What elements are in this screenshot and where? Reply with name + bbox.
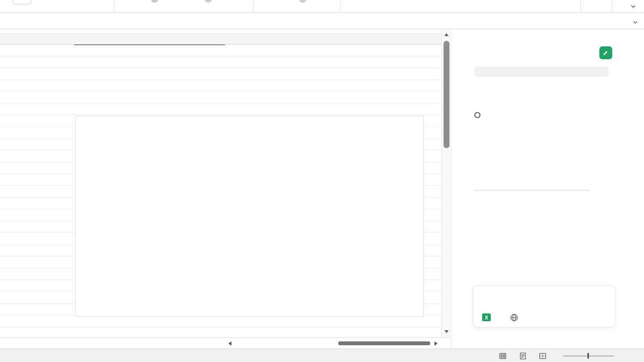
- ribbon-separator: [114, 0, 114, 12]
- globe-icon: [510, 313, 518, 322]
- vertical-scrollbar-thumb[interactable]: [444, 41, 450, 148]
- new-chat-button[interactable]: [599, 46, 612, 59]
- sheet-data-table[interactable]: [74, 45, 225, 45]
- zoom-slider-thumb[interactable]: [587, 353, 589, 359]
- chat-input-card[interactable]: X: [473, 286, 615, 327]
- excel-window: X: [0, 0, 644, 362]
- horizontal-scrollbar-thumb[interactable]: [338, 341, 430, 345]
- page-layout-view-icon[interactable]: [519, 352, 527, 362]
- copilot-logo-icon: [474, 112, 481, 119]
- ribbon-separator: [612, 0, 612, 12]
- input-card-icons: X: [482, 313, 518, 322]
- ribbon-icon-partial: [151, 0, 158, 3]
- ribbon-button-partial: [13, 0, 31, 4]
- ribbon-icon-partial: [205, 0, 212, 3]
- ribbon-separator: [580, 0, 581, 12]
- scroll-up-icon[interactable]: [444, 33, 449, 36]
- ribbon-group-labels: [0, 0, 644, 13]
- copilot-header-row: [474, 112, 485, 119]
- embedded-bar-chart[interactable]: [75, 116, 424, 316]
- ribbon-icon-partial: [299, 0, 306, 3]
- vertical-scrollbar[interactable]: [441, 29, 451, 337]
- ribbon-separator: [340, 0, 340, 12]
- page-break-preview-icon[interactable]: [539, 352, 547, 362]
- web-search-toggle[interactable]: [510, 313, 518, 322]
- excel-context-icon: X: [482, 313, 491, 322]
- scroll-left-icon[interactable]: [228, 341, 231, 346]
- user-message-bubble: [474, 67, 609, 77]
- ribbon-separator: [253, 0, 254, 12]
- normal-view-icon[interactable]: [499, 352, 507, 362]
- svg-text:X: X: [485, 315, 488, 321]
- scroll-down-icon[interactable]: [444, 330, 449, 333]
- ribbon-options-chevron-icon[interactable]: [629, 3, 637, 12]
- formula-bar-strip: [0, 13, 644, 29]
- chart-plot-area: [76, 116, 424, 317]
- copilot-chat-panel: X: [451, 29, 644, 349]
- chat-input[interactable]: [480, 291, 609, 298]
- sheet-tab-bar: [0, 337, 451, 349]
- column-header-row: [0, 33, 441, 45]
- formula-bar-expand-chevron-icon[interactable]: [632, 19, 639, 27]
- compose-pencil-icon: [602, 49, 609, 56]
- status-bar: [0, 349, 644, 362]
- summary-table: [474, 190, 589, 191]
- scroll-right-icon[interactable]: [434, 341, 437, 346]
- spreadsheet-grid[interactable]: [0, 29, 451, 337]
